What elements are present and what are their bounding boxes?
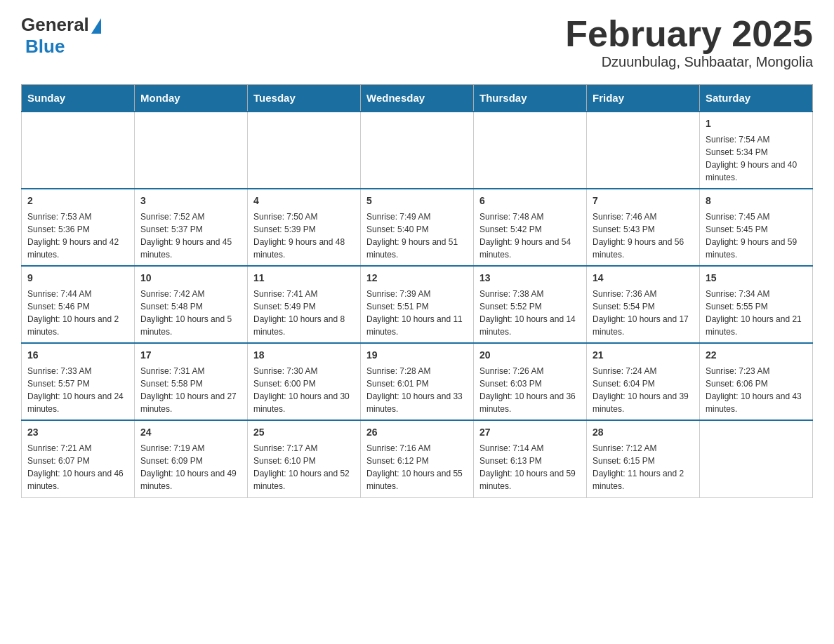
calendar-week-row: 2Sunrise: 7:53 AMSunset: 5:36 PMDaylight… [22, 189, 813, 266]
day-number: 24 [140, 425, 241, 440]
day-info: Sunrise: 7:50 AMSunset: 5:39 PMDaylight:… [253, 210, 355, 261]
calendar-cell: 2Sunrise: 7:53 AMSunset: 5:36 PMDaylight… [22, 189, 135, 266]
day-info: Sunrise: 7:21 AMSunset: 6:07 PMDaylight:… [27, 442, 128, 492]
day-number: 18 [253, 348, 355, 363]
day-number: 23 [27, 425, 128, 440]
day-info: Sunrise: 7:23 AMSunset: 6:06 PMDaylight:… [706, 365, 807, 415]
calendar-cell: 4Sunrise: 7:50 AMSunset: 5:39 PMDaylight… [248, 189, 361, 266]
calendar-cell: 23Sunrise: 7:21 AMSunset: 6:07 PMDayligh… [22, 420, 135, 497]
calendar-cell: 17Sunrise: 7:31 AMSunset: 5:58 PMDayligh… [135, 343, 248, 420]
day-number: 3 [140, 194, 241, 208]
day-info: Sunrise: 7:34 AMSunset: 5:55 PMDaylight:… [706, 288, 807, 338]
day-info: Sunrise: 7:33 AMSunset: 5:57 PMDaylight:… [27, 365, 128, 415]
logo-blue-text: Blue [25, 36, 65, 58]
day-number: 9 [27, 271, 128, 286]
calendar-cell [474, 112, 587, 189]
calendar-cell [587, 112, 700, 189]
day-number: 16 [27, 348, 128, 363]
page-header: General Blue February 2025 Dzuunbulag, S… [21, 14, 813, 70]
day-info: Sunrise: 7:12 AMSunset: 6:15 PMDaylight:… [593, 442, 694, 492]
day-number: 2 [27, 194, 128, 208]
day-number: 4 [253, 194, 355, 208]
day-number: 6 [479, 194, 581, 208]
page-title: February 2025 [565, 14, 813, 54]
day-number: 20 [479, 348, 581, 363]
calendar-cell: 3Sunrise: 7:52 AMSunset: 5:37 PMDaylight… [135, 189, 248, 266]
day-number: 15 [706, 271, 807, 286]
calendar-cell [700, 420, 813, 497]
day-info: Sunrise: 7:26 AMSunset: 6:03 PMDaylight:… [479, 365, 581, 415]
calendar-cell: 19Sunrise: 7:28 AMSunset: 6:01 PMDayligh… [361, 343, 474, 420]
calendar-cell: 15Sunrise: 7:34 AMSunset: 5:55 PMDayligh… [700, 266, 813, 343]
calendar-cell [248, 112, 361, 189]
calendar-header-wednesday: Wednesday [361, 85, 474, 112]
calendar-cell: 14Sunrise: 7:36 AMSunset: 5:54 PMDayligh… [587, 266, 700, 343]
calendar-header-sunday: Sunday [22, 85, 135, 112]
day-info: Sunrise: 7:54 AMSunset: 5:34 PMDaylight:… [706, 133, 807, 184]
day-info: Sunrise: 7:53 AMSunset: 5:36 PMDaylight:… [27, 210, 128, 261]
calendar-cell: 9Sunrise: 7:44 AMSunset: 5:46 PMDaylight… [22, 266, 135, 343]
day-info: Sunrise: 7:41 AMSunset: 5:49 PMDaylight:… [253, 288, 355, 338]
calendar-cell: 28Sunrise: 7:12 AMSunset: 6:15 PMDayligh… [587, 420, 700, 497]
calendar-cell: 26Sunrise: 7:16 AMSunset: 6:12 PMDayligh… [361, 420, 474, 497]
day-number: 25 [253, 425, 355, 440]
calendar-cell: 16Sunrise: 7:33 AMSunset: 5:57 PMDayligh… [22, 343, 135, 420]
calendar-week-row: 9Sunrise: 7:44 AMSunset: 5:46 PMDaylight… [22, 266, 813, 343]
day-number: 7 [593, 194, 694, 208]
day-info: Sunrise: 7:48 AMSunset: 5:42 PMDaylight:… [479, 210, 581, 261]
day-info: Sunrise: 7:42 AMSunset: 5:48 PMDaylight:… [140, 288, 241, 338]
day-number: 22 [706, 348, 807, 363]
day-number: 21 [593, 348, 694, 363]
calendar-cell: 8Sunrise: 7:45 AMSunset: 5:45 PMDaylight… [700, 189, 813, 266]
day-number: 19 [366, 348, 468, 363]
calendar-header-saturday: Saturday [700, 85, 813, 112]
calendar-cell: 13Sunrise: 7:38 AMSunset: 5:52 PMDayligh… [474, 266, 587, 343]
day-number: 26 [366, 425, 468, 440]
day-number: 11 [253, 271, 355, 286]
calendar-cell: 5Sunrise: 7:49 AMSunset: 5:40 PMDaylight… [361, 189, 474, 266]
calendar-cell [361, 112, 474, 189]
calendar-week-row: 1Sunrise: 7:54 AMSunset: 5:34 PMDaylight… [22, 112, 813, 189]
day-number: 10 [140, 271, 241, 286]
day-info: Sunrise: 7:52 AMSunset: 5:37 PMDaylight:… [140, 210, 241, 261]
day-info: Sunrise: 7:28 AMSunset: 6:01 PMDaylight:… [366, 365, 468, 415]
calendar-header-thursday: Thursday [474, 85, 587, 112]
day-info: Sunrise: 7:49 AMSunset: 5:40 PMDaylight:… [366, 210, 468, 261]
day-number: 1 [706, 116, 807, 131]
logo-general-text: General [21, 14, 89, 36]
calendar-cell: 22Sunrise: 7:23 AMSunset: 6:06 PMDayligh… [700, 343, 813, 420]
day-info: Sunrise: 7:16 AMSunset: 6:12 PMDaylight:… [366, 442, 468, 492]
calendar-week-row: 16Sunrise: 7:33 AMSunset: 5:57 PMDayligh… [22, 343, 813, 420]
day-number: 5 [366, 194, 468, 208]
calendar-cell: 21Sunrise: 7:24 AMSunset: 6:04 PMDayligh… [587, 343, 700, 420]
calendar-cell: 6Sunrise: 7:48 AMSunset: 5:42 PMDaylight… [474, 189, 587, 266]
calendar-cell [135, 112, 248, 189]
day-number: 27 [479, 425, 581, 440]
day-info: Sunrise: 7:45 AMSunset: 5:45 PMDaylight:… [706, 210, 807, 261]
calendar-header-monday: Monday [135, 85, 248, 112]
calendar-cell: 12Sunrise: 7:39 AMSunset: 5:51 PMDayligh… [361, 266, 474, 343]
calendar-header-row: SundayMondayTuesdayWednesdayThursdayFrid… [22, 85, 813, 112]
day-number: 14 [593, 271, 694, 286]
calendar-table: SundayMondayTuesdayWednesdayThursdayFrid… [21, 84, 813, 498]
calendar-cell: 18Sunrise: 7:30 AMSunset: 6:00 PMDayligh… [248, 343, 361, 420]
calendar-header-tuesday: Tuesday [248, 85, 361, 112]
calendar-cell: 11Sunrise: 7:41 AMSunset: 5:49 PMDayligh… [248, 266, 361, 343]
day-info: Sunrise: 7:39 AMSunset: 5:51 PMDaylight:… [366, 288, 468, 338]
logo-triangle-icon [91, 18, 101, 34]
calendar-cell: 10Sunrise: 7:42 AMSunset: 5:48 PMDayligh… [135, 266, 248, 343]
day-info: Sunrise: 7:17 AMSunset: 6:10 PMDaylight:… [253, 442, 355, 492]
day-info: Sunrise: 7:24 AMSunset: 6:04 PMDaylight:… [593, 365, 694, 415]
day-info: Sunrise: 7:38 AMSunset: 5:52 PMDaylight:… [479, 288, 581, 338]
calendar-week-row: 23Sunrise: 7:21 AMSunset: 6:07 PMDayligh… [22, 420, 813, 497]
logo: General Blue [21, 14, 101, 58]
page-subtitle: Dzuunbulag, Suhbaatar, Mongolia [565, 54, 813, 70]
calendar-cell: 25Sunrise: 7:17 AMSunset: 6:10 PMDayligh… [248, 420, 361, 497]
day-number: 28 [593, 425, 694, 440]
calendar-cell: 24Sunrise: 7:19 AMSunset: 6:09 PMDayligh… [135, 420, 248, 497]
calendar-cell: 20Sunrise: 7:26 AMSunset: 6:03 PMDayligh… [474, 343, 587, 420]
calendar-cell [22, 112, 135, 189]
day-info: Sunrise: 7:19 AMSunset: 6:09 PMDaylight:… [140, 442, 241, 492]
day-info: Sunrise: 7:36 AMSunset: 5:54 PMDaylight:… [593, 288, 694, 338]
day-number: 8 [706, 194, 807, 208]
